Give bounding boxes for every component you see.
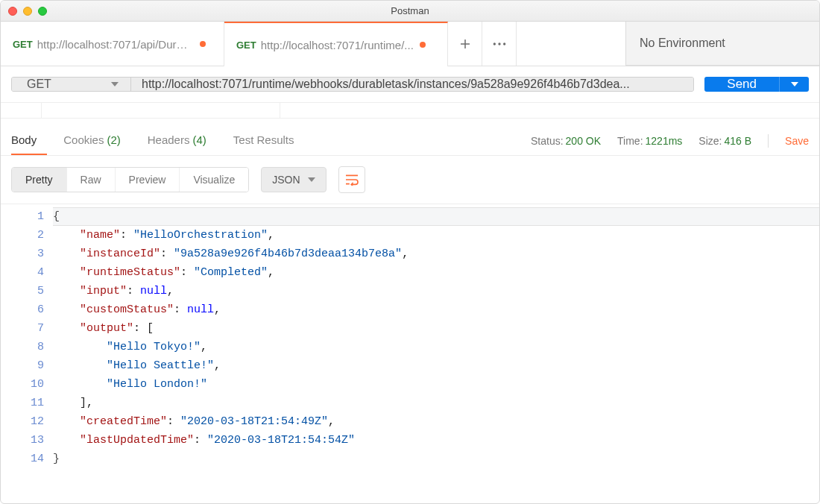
tab-label: Headers	[148, 133, 190, 146]
response-body-editor[interactable]: 1234567891011121314 { "name": "HelloOrch…	[1, 204, 819, 471]
chevron-down-icon	[111, 82, 119, 86]
unsaved-dot-icon	[200, 41, 206, 47]
line-gutter: 1234567891011121314	[1, 204, 53, 471]
body-toolbar: Pretty Raw Preview Visualize JSON	[1, 156, 819, 204]
send-options-button[interactable]	[779, 77, 809, 92]
body-format-select[interactable]: JSON	[261, 167, 326, 192]
view-visualize[interactable]: Visualize	[180, 168, 248, 192]
response-tabs: Body Cookies (2) Headers (4) Test Result…	[1, 119, 819, 156]
size-label: Size:416 B	[698, 135, 751, 147]
svg-point-2	[493, 42, 495, 45]
view-preview[interactable]: Preview	[116, 168, 180, 192]
method-url-group: GET http://localhost:7071/runtime/webhoo…	[11, 77, 694, 92]
save-response-button[interactable]: Save	[785, 135, 809, 147]
response-meta: Status:200 OK Time:1221ms Size:416 B Sav…	[531, 134, 809, 148]
window-title: Postman	[1, 5, 819, 16]
tab-url: http://localhost:7071/runtime/...	[261, 39, 414, 51]
request-tab-0[interactable]: GET http://localhost:7071/api/Durab...	[1, 22, 224, 66]
environment-label: No Environment	[640, 37, 725, 50]
new-tab-button[interactable]	[448, 22, 482, 66]
http-method-value: GET	[27, 78, 51, 91]
request-tabstrip: GET http://localhost:7071/api/Durab... G…	[1, 22, 819, 66]
tab-method: GET	[13, 39, 33, 50]
tab-label: Body	[11, 133, 37, 146]
status-label: Status:200 OK	[531, 135, 601, 147]
tab-method: GET	[236, 40, 256, 51]
window-titlebar: Postman	[1, 1, 819, 22]
response-tab-body[interactable]: Body	[11, 126, 47, 155]
toggle-wrap-button[interactable]	[338, 166, 365, 193]
tab-label: Test Results	[233, 133, 294, 146]
request-tab-1[interactable]: GET http://localhost:7071/runtime/...	[224, 22, 448, 66]
tab-count: (2)	[107, 133, 120, 146]
chevron-down-icon	[308, 177, 315, 182]
view-raw[interactable]: Raw	[67, 168, 116, 192]
active-line-highlight	[53, 207, 819, 226]
time-label: Time:1221ms	[617, 135, 682, 147]
response-tab-cookies[interactable]: Cookies (2)	[63, 126, 131, 155]
tab-url: http://localhost:7071/api/Durab...	[37, 38, 194, 51]
svg-point-4	[503, 42, 505, 45]
format-value: JSON	[272, 174, 300, 186]
request-url-input[interactable]: http://localhost:7071/runtime/webhooks/d…	[131, 78, 693, 91]
send-button[interactable]: Send	[704, 77, 779, 92]
chevron-down-icon	[791, 82, 798, 86]
environment-selector[interactable]: No Environment	[625, 22, 819, 66]
tab-count: (4)	[192, 133, 206, 146]
tab-label: Cookies	[63, 133, 104, 146]
response-tab-headers[interactable]: Headers (4)	[148, 126, 217, 155]
view-pretty[interactable]: Pretty	[12, 168, 67, 192]
unsaved-dot-icon	[420, 42, 426, 48]
divider	[1, 102, 819, 119]
view-mode-group: Pretty Raw Preview Visualize	[11, 167, 249, 192]
response-tab-test-results[interactable]: Test Results	[233, 126, 305, 155]
code-content[interactable]: { "name": "HelloOrchestration", "instanc…	[53, 204, 819, 471]
request-url-row: GET http://localhost:7071/runtime/webhoo…	[1, 66, 819, 102]
tab-overflow-button[interactable]	[482, 22, 517, 66]
http-method-select[interactable]: GET	[12, 78, 131, 91]
svg-point-3	[498, 42, 500, 45]
